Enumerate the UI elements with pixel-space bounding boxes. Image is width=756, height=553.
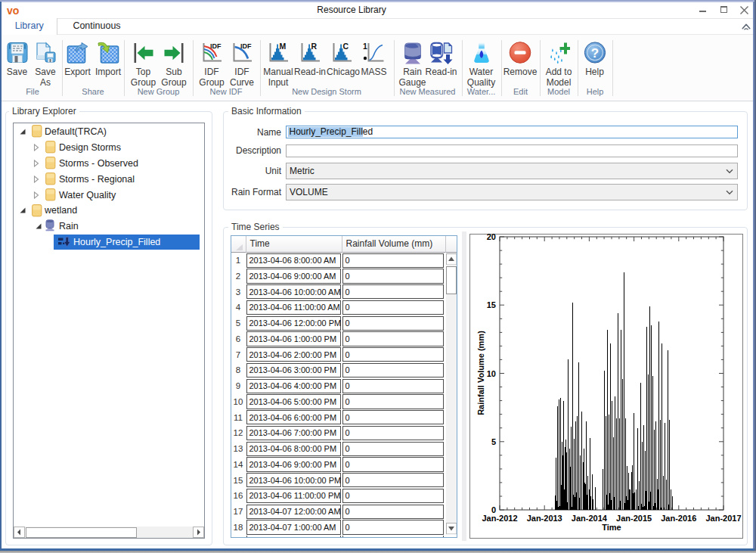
svg-text:Jan-2016: Jan-2016	[661, 514, 696, 523]
svg-text:Jan-2013: Jan-2013	[527, 514, 562, 523]
svg-text:20: 20	[487, 234, 496, 241]
svg-text:Rainfall Volume (mm): Rainfall Volume (mm)	[476, 331, 485, 415]
svg-text:C: C	[343, 42, 349, 51]
svg-text:IDF: IDF	[210, 42, 222, 50]
svg-text:Time: Time	[602, 523, 621, 532]
svg-text:1: 1	[363, 42, 367, 51]
svg-text:R: R	[311, 42, 318, 51]
svg-text:M: M	[280, 42, 287, 51]
svg-text:Jan-2015: Jan-2015	[616, 514, 652, 523]
svg-text:?: ?	[590, 46, 598, 61]
svg-text:Jan-2012: Jan-2012	[482, 514, 517, 523]
svg-text:5: 5	[491, 437, 496, 446]
svg-text:10: 10	[487, 369, 496, 378]
svg-text:Jan-2014: Jan-2014	[572, 514, 608, 523]
svg-text:IDF: IDF	[240, 42, 252, 50]
svg-text:Jan-2017: Jan-2017	[705, 514, 741, 523]
svg-text:15: 15	[487, 300, 496, 309]
